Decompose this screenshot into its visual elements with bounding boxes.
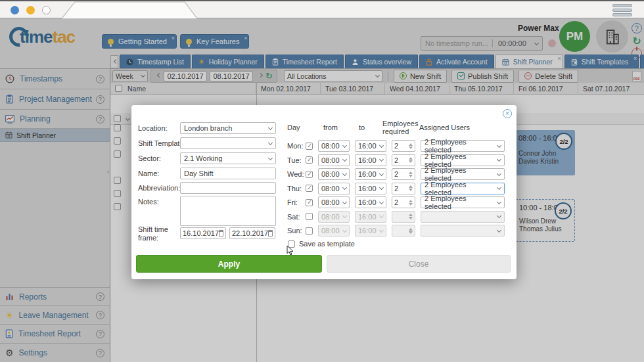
to-select[interactable]: 16:00 <box>355 211 386 223</box>
from-select[interactable]: 08:00 <box>318 211 350 223</box>
browser-tab-shape <box>61 1 200 18</box>
day-checkbox[interactable] <box>306 227 313 235</box>
day-checkbox[interactable] <box>306 143 313 150</box>
employees-required-stepper[interactable]: 2 <box>392 183 415 194</box>
day-column-label: Day <box>287 124 300 131</box>
assigned-users-select[interactable] <box>421 211 505 223</box>
sector-select[interactable]: 2.1 Working <box>180 152 276 164</box>
notes-label: Notes: <box>138 198 159 206</box>
save-as-template-option[interactable]: Save as template <box>284 240 355 248</box>
shift-start-date-input[interactable]: 16.10.2017 <box>180 227 226 239</box>
assigned-column-label: Assigned Users <box>419 124 470 131</box>
shift-edit-modal: × Location: London branch Shift Template… <box>131 105 517 279</box>
day-checkbox[interactable] <box>306 171 313 178</box>
assigned-users-select[interactable]: 2 Employees selected <box>421 196 505 208</box>
from-select[interactable]: 08:00 <box>318 225 350 237</box>
location-select[interactable]: London branch <box>180 122 276 134</box>
mouse-cursor <box>287 246 294 256</box>
shift-time-frame-label: Shift time frame: <box>138 225 176 242</box>
calendar-icon[interactable] <box>219 230 223 237</box>
from-select[interactable]: 08:00 <box>318 168 350 180</box>
day-row-thu: Thu: 08:00 16:00 2 2 Employees selected <box>287 183 505 194</box>
modal-close-button[interactable]: × <box>503 109 512 118</box>
employees-required-stepper[interactable]: 2 <box>392 196 415 208</box>
traffic-light-blue[interactable] <box>11 6 19 14</box>
day-row-tue: Tue: 08:00 16:00 2 2 Employees selected <box>287 154 505 166</box>
from-select[interactable]: 08:00 <box>318 183 350 194</box>
assigned-users-select[interactable]: 2 Employees selected <box>421 168 505 180</box>
employees-required-stepper[interactable]: 2 <box>392 140 415 152</box>
from-select[interactable]: 08:00 <box>318 140 350 152</box>
day-checkbox[interactable] <box>306 185 313 192</box>
shift-end-date-input[interactable]: 22.10.2017 <box>229 227 275 239</box>
browser-chrome-bar <box>0 0 644 18</box>
to-select[interactable]: 16:00 <box>355 183 386 194</box>
employees-required-stepper[interactable] <box>392 225 415 237</box>
to-select[interactable]: 16:00 <box>355 140 386 152</box>
abbreviation-input[interactable] <box>180 182 276 194</box>
assigned-users-select[interactable]: 2 Employees selected <box>421 140 505 152</box>
apply-button[interactable]: Apply <box>136 255 322 273</box>
traffic-light-yellow[interactable] <box>26 6 35 14</box>
day-row-mon: Mon: 08:00 16:00 2 2 Employees selected <box>287 140 505 152</box>
assigned-users-select[interactable]: 2 Employees selected <box>421 154 505 166</box>
employees-required-stepper[interactable]: 2 <box>392 168 415 180</box>
save-as-template-label: Save as template <box>299 240 355 248</box>
to-select[interactable]: 16:00 <box>355 154 386 166</box>
to-column-label: to <box>359 124 365 131</box>
close-button[interactable]: Close <box>327 255 511 273</box>
to-select[interactable]: 16:00 <box>355 196 386 208</box>
location-label: Location: <box>138 124 168 132</box>
to-select[interactable]: 16:00 <box>355 168 386 180</box>
hamburger-menu-icon[interactable] <box>612 4 632 18</box>
notes-textarea[interactable] <box>180 196 276 226</box>
assigned-users-select[interactable]: 2 Employees selected <box>421 183 505 194</box>
calendar-icon[interactable] <box>268 230 273 237</box>
day-row-sat: Sat: 08:00 16:00 <box>287 211 505 223</box>
day-row-fri: Fri: 08:00 16:00 2 2 Employees selected <box>287 196 505 208</box>
day-checkbox[interactable] <box>306 213 313 220</box>
sector-label: Sector: <box>138 154 161 162</box>
from-select[interactable]: 08:00 <box>318 196 350 208</box>
day-checkbox[interactable] <box>306 199 313 206</box>
assigned-users-select[interactable] <box>421 225 505 237</box>
traffic-light-white[interactable] <box>42 6 51 14</box>
required-column-label: Employeesrequired <box>382 120 418 135</box>
name-input[interactable]: Day Shift <box>180 168 276 179</box>
from-select[interactable]: 08:00 <box>318 154 350 166</box>
to-select[interactable]: 16:00 <box>355 225 386 237</box>
day-row-wed: Wed: 08:00 16:00 2 2 Employees selected <box>287 168 505 180</box>
abbreviation-label: Abbreviation: <box>138 184 180 192</box>
employees-required-stepper[interactable]: 2 <box>392 154 415 166</box>
shift-templates-select[interactable] <box>180 137 276 149</box>
day-checkbox[interactable] <box>306 156 313 164</box>
employees-required-stepper[interactable] <box>392 211 415 223</box>
name-label: Name: <box>138 170 159 177</box>
day-row-sun: Sun: 08:00 16:00 <box>287 225 505 237</box>
from-column-label: from <box>323 124 338 131</box>
